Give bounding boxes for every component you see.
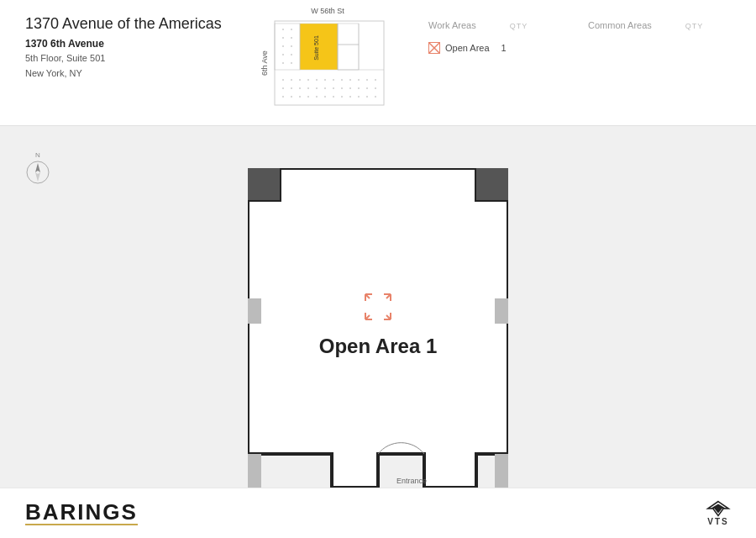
barings-logo: BARINGS	[25, 501, 138, 525]
svg-point-14	[349, 79, 351, 81]
svg-point-25	[341, 87, 343, 89]
common-areas-title: Common Areas	[588, 20, 652, 30]
svg-point-6	[282, 79, 284, 81]
address-line1: 5th Floor, Suite 501	[25, 53, 105, 63]
svg-point-9	[307, 79, 309, 81]
svg-point-18	[282, 87, 284, 89]
svg-point-39	[358, 96, 360, 98]
svg-point-50	[282, 62, 284, 64]
svg-point-10	[316, 79, 318, 81]
work-areas-title: Work Areas	[428, 20, 476, 30]
common-areas-section: Common Areas QTY	[588, 20, 703, 30]
svg-point-7	[291, 79, 292, 81]
svg-marker-60	[35, 172, 40, 182]
svg-point-42	[282, 29, 284, 30]
avenue-label: 6th Ave	[260, 17, 269, 109]
open-area-row: Open Area 1	[428, 42, 528, 54]
svg-point-35	[324, 96, 326, 98]
svg-point-11	[324, 79, 326, 81]
svg-point-47	[291, 45, 292, 47]
svg-point-38	[349, 96, 351, 98]
vts-logo: VTS	[706, 500, 731, 526]
street-label: W 56th St	[260, 7, 395, 15]
svg-point-49	[291, 54, 292, 55]
svg-point-17	[375, 79, 376, 81]
open-area-label: Open Area	[445, 43, 490, 53]
building-info: 1370 Avenue of the Americas 1370 6th Ave…	[25, 15, 227, 81]
svg-point-23	[324, 87, 326, 89]
svg-rect-69	[495, 454, 508, 488]
building-title: 1370 Avenue of the Americas	[25, 15, 227, 33]
svg-rect-68	[248, 454, 261, 488]
header: 1370 Avenue of the Americas 1370 6th Ave…	[0, 0, 756, 126]
main-floorplan-area: N	[0, 126, 756, 538]
svg-point-16	[366, 79, 368, 81]
compass-north-label: N	[25, 151, 50, 159]
work-areas-section: Work Areas QTY Open Area 1	[428, 20, 528, 54]
address-line2: New York, NY	[25, 68, 82, 78]
svg-text:Suite 501: Suite 501	[313, 35, 319, 61]
svg-point-44	[282, 37, 284, 39]
svg-point-46	[282, 45, 284, 47]
svg-point-26	[349, 87, 351, 89]
svg-point-28	[366, 87, 368, 89]
svg-point-30	[282, 96, 284, 98]
main-floorplan-svg: Open Area 1 Entrance	[248, 168, 508, 496]
svg-point-15	[358, 79, 360, 81]
svg-text:Entrance: Entrance	[396, 477, 427, 485]
svg-point-34	[316, 96, 318, 98]
svg-point-33	[307, 96, 309, 98]
open-area-qty: 1	[501, 43, 507, 53]
svg-point-31	[291, 96, 292, 98]
floorplan-thumbnail: W 56th St 6th Ave Suite 501	[260, 7, 395, 116]
building-address: 5th Floor, Suite 501 New York, NY	[25, 51, 227, 81]
svg-point-29	[375, 87, 376, 89]
svg-point-40	[366, 96, 368, 98]
svg-point-48	[282, 54, 284, 55]
svg-point-45	[291, 37, 292, 39]
svg-point-22	[316, 87, 318, 89]
building-subtitle: 1370 6th Avenue	[25, 38, 227, 50]
svg-point-19	[291, 87, 292, 89]
svg-point-37	[341, 96, 343, 98]
compass: N	[25, 151, 50, 188]
svg-point-24	[333, 87, 334, 89]
common-areas-qty-label: QTY	[685, 22, 704, 30]
svg-rect-66	[248, 298, 261, 324]
svg-point-20	[299, 87, 301, 89]
svg-point-12	[333, 79, 334, 81]
open-area-icon	[428, 42, 440, 54]
compass-icon	[25, 160, 50, 185]
svg-point-27	[358, 87, 360, 89]
barings-brand-name: BARINGS	[25, 501, 138, 525]
svg-rect-67	[495, 298, 508, 324]
thumbnail-svg: Suite 501	[270, 17, 388, 109]
svg-point-51	[291, 62, 292, 64]
svg-point-32	[299, 96, 301, 98]
vts-icon	[706, 500, 731, 517]
svg-point-13	[341, 79, 343, 81]
work-areas-qty-label: QTY	[510, 22, 528, 30]
svg-point-43	[291, 29, 292, 30]
svg-text:Open Area 1: Open Area 1	[319, 335, 438, 357]
svg-point-21	[307, 87, 309, 89]
footer: BARINGS VTS	[0, 488, 756, 538]
svg-marker-59	[35, 163, 40, 172]
vts-brand-name: VTS	[707, 517, 728, 526]
svg-point-8	[299, 79, 301, 81]
svg-point-36	[333, 96, 334, 98]
svg-rect-64	[248, 168, 280, 200]
svg-point-41	[375, 96, 376, 98]
svg-rect-65	[476, 168, 508, 200]
